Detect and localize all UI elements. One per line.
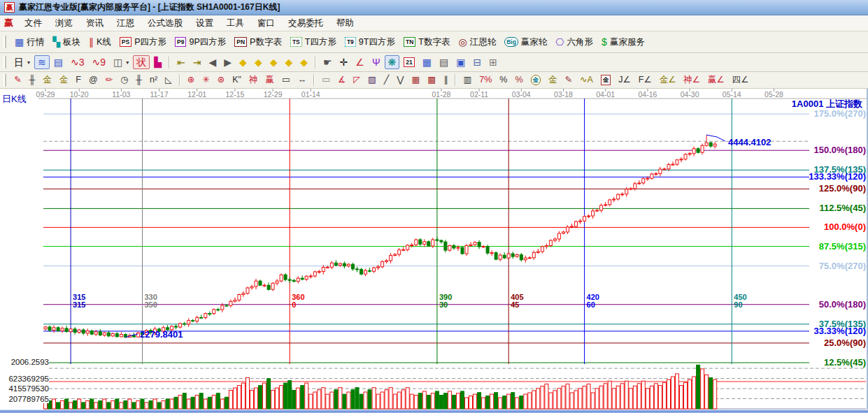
terminal[interactable]: ⊞: [485, 55, 501, 69]
menu-item-8[interactable]: 窗口: [251, 16, 281, 31]
toolbar-separator: [455, 74, 456, 86]
t-number-table[interactable]: TNT数字表: [400, 34, 453, 50]
angle-mirror[interactable]: ◺: [162, 73, 176, 87]
diamond-hextend[interactable]: ◆: [266, 55, 281, 69]
ruler-123[interactable]: ▭: [278, 73, 294, 87]
wave-overlay[interactable]: ∿A: [576, 73, 597, 87]
gold-angle[interactable]: 金∠: [656, 73, 680, 87]
spiral-tool[interactable]: @: [85, 73, 101, 87]
gann-grid[interactable]: ╫: [25, 73, 38, 87]
menu-item-3[interactable]: 资讯: [80, 16, 110, 31]
period-day-dropdown[interactable]: 日▾: [10, 55, 34, 69]
gann-wheel[interactable]: ◎江恩轮: [455, 34, 499, 50]
market-quotes[interactable]: ▦行情: [11, 34, 48, 50]
percent-line[interactable]: %: [511, 73, 526, 87]
gann-box-dark[interactable]: ▨: [364, 73, 380, 87]
crosshair-tool[interactable]: ✛: [336, 55, 352, 69]
t-square[interactable]: TST四方形: [287, 34, 340, 50]
t9-square[interactable]: T99T四方形: [341, 34, 399, 50]
brush-red[interactable]: ✎: [562, 73, 576, 87]
si-angle[interactable]: 四∠: [729, 73, 753, 87]
menu-item-10[interactable]: 帮助: [330, 16, 360, 31]
trend-lines[interactable]: ╱: [380, 73, 393, 87]
p-number-table[interactable]: PNP数字表: [231, 34, 285, 50]
shen-mark[interactable]: 神: [246, 73, 262, 87]
candle-style-dropdown[interactable]: ◫▾: [110, 55, 132, 69]
gann-fan-box[interactable]: ◸: [350, 73, 364, 87]
diamond-left[interactable]: ◆: [236, 55, 250, 69]
nav-last[interactable]: ⇥: [190, 55, 205, 69]
ying-mark[interactable]: 赢: [262, 73, 278, 87]
nav-prev[interactable]: ◀: [206, 55, 220, 69]
gold-box[interactable]: 金: [597, 73, 615, 87]
seven-percent[interactable]: 7%: [476, 73, 495, 87]
rect-select[interactable]: ▭: [318, 73, 334, 87]
time-cycle[interactable]: ◷: [117, 73, 131, 87]
stat-bars[interactable]: ▥: [460, 73, 475, 87]
diamond-compress[interactable]: ◆: [281, 55, 296, 69]
hexagon[interactable]: ⎔六角形: [552, 34, 597, 50]
brain-map-tool[interactable]: ❋: [385, 55, 400, 69]
menu-item-1[interactable]: 文件: [18, 16, 48, 31]
toolbar-grip[interactable]: [3, 56, 6, 68]
nav-first[interactable]: ⇤: [173, 55, 189, 69]
wave-9-tool[interactable]: ∿9: [89, 55, 110, 69]
info-document[interactable]: ▤: [50, 55, 66, 69]
zoom-wave-tool[interactable]: ≋: [34, 55, 50, 69]
save-disk[interactable]: ▣: [453, 55, 469, 69]
ying-angle[interactable]: 赢∠: [704, 73, 728, 87]
calculator[interactable]: ▦: [419, 55, 435, 69]
grid-fence[interactable]: ╫: [132, 73, 145, 87]
spider-web[interactable]: ⊛: [214, 73, 228, 87]
draw-pen[interactable]: ✎: [10, 73, 24, 87]
price-grid[interactable]: ▦: [408, 73, 424, 87]
wave-3-tool[interactable]: ∿3: [67, 55, 88, 69]
p-square[interactable]: PSP四方形: [116, 34, 170, 50]
j-angle[interactable]: J∠: [615, 73, 634, 87]
menu-item-4[interactable]: 江恩: [111, 16, 141, 31]
winner-service[interactable]: $赢家服务: [598, 34, 648, 50]
gold-circle[interactable]: 金: [527, 73, 545, 87]
gann-psi-tool[interactable]: Ψ: [369, 55, 384, 69]
star-web[interactable]: ✳: [199, 73, 213, 87]
target-cross[interactable]: ⊕: [184, 73, 198, 87]
diamond-right[interactable]: ◆: [251, 55, 266, 69]
n-square[interactable]: n²: [146, 73, 161, 87]
gold-gate-1[interactable]: 金: [39, 73, 55, 87]
measure-h[interactable]: ↔: [294, 73, 311, 87]
menu-item-7[interactable]: 工具: [220, 16, 250, 31]
net-data[interactable]: ⊟: [469, 55, 485, 69]
wave-9-tool-icon: ∿9: [92, 57, 106, 67]
diamond-allextend[interactable]: ◆: [297, 55, 311, 69]
menu-item-6[interactable]: 设置: [190, 16, 220, 31]
f-angle[interactable]: F∠: [635, 73, 655, 87]
gold-hline[interactable]: 金: [545, 73, 561, 87]
kline[interactable]: ∥K线: [85, 34, 115, 50]
report-notes[interactable]: ▤: [436, 55, 452, 69]
price-grid-corner[interactable]: ▩: [424, 73, 439, 87]
marker-pen[interactable]: ✏: [102, 73, 116, 87]
gold-gate-2[interactable]: 金: [56, 73, 72, 87]
menu-item-5[interactable]: 公式选股: [141, 16, 189, 31]
f-gate[interactable]: F: [72, 73, 85, 87]
shen-angle[interactable]: 神∠: [680, 73, 704, 87]
parallel-lines[interactable]: ∥: [440, 73, 451, 87]
calendar-21[interactable]: 21: [400, 55, 418, 70]
toolbar-grip[interactable]: [3, 36, 6, 48]
toolbar-grip[interactable]: [3, 74, 6, 87]
p9-square[interactable]: P99P四方形: [171, 34, 229, 50]
kline-chart-area[interactable]: 日K线 1A0001 上证指数 4444.4102 2279.8401 2006…: [0, 89, 868, 413]
pattern-tool[interactable]: 状: [133, 55, 150, 69]
menu-item-2[interactable]: 浏览: [49, 16, 79, 31]
gann-fan[interactable]: ∡: [334, 73, 349, 87]
k-note[interactable]: K": [229, 73, 245, 87]
compass-tool[interactable]: ∠: [352, 55, 368, 69]
zigzag[interactable]: ⋁: [393, 73, 407, 87]
winner-wheel[interactable]: Big赢家轮: [501, 34, 550, 50]
hand-tool[interactable]: ☛: [320, 55, 336, 69]
profile-chart[interactable]: ▙: [150, 55, 165, 69]
percent[interactable]: %: [496, 73, 511, 87]
menu-item-9[interactable]: 交易委托: [282, 16, 329, 31]
nav-next[interactable]: ▶: [220, 55, 235, 69]
sectors[interactable]: ▚板块: [49, 34, 84, 50]
